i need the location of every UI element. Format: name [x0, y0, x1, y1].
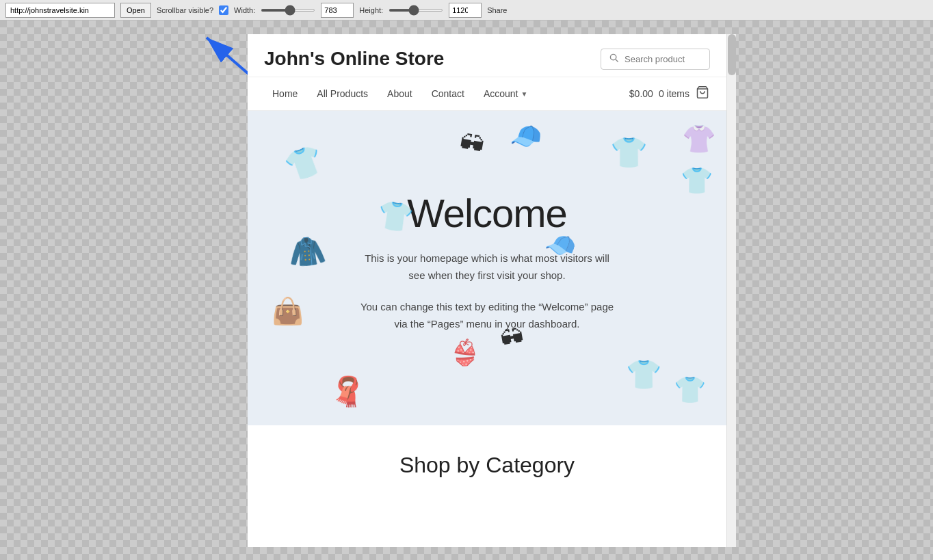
page-wrapper: John's Online Store Home All Products Ab… — [0, 21, 933, 560]
scrollbar-checkbox[interactable] — [219, 5, 228, 15]
height-label: Height: — [359, 6, 383, 14]
nav-cart[interactable]: $0.00 0 items — [629, 85, 710, 103]
svg-line-4 — [616, 59, 618, 62]
decor-shirt-3: 👕 — [610, 135, 648, 170]
share-button[interactable]: Share — [487, 6, 507, 14]
search-input[interactable] — [625, 54, 700, 64]
svg-point-3 — [610, 54, 616, 59]
decor-shirt-5: 👕 — [626, 358, 661, 391]
shop-section: Shop by Category — [248, 425, 726, 505]
open-button[interactable]: Open — [120, 3, 151, 18]
nav-item-all-products[interactable]: All Products — [308, 77, 376, 110]
account-label: Account — [484, 88, 518, 99]
store-title: John's Online Store — [264, 48, 444, 70]
nav-item-about[interactable]: About — [379, 77, 421, 110]
scrollbar-track[interactable] — [726, 34, 736, 547]
decor-shirt-1: 👕 — [280, 139, 328, 186]
search-icon — [609, 53, 619, 65]
shop-by-category-title: Shop by Category — [264, 453, 710, 478]
width-slider[interactable] — [261, 9, 315, 12]
decor-shirt-2: 👕 — [376, 198, 415, 236]
cart-price: $0.00 — [629, 88, 653, 99]
decor-sunglasses-2: 🕶 — [499, 323, 526, 353]
decor-shirt-6: 👚 — [682, 123, 716, 155]
store-nav: Home All Products About Contact Account … — [248, 77, 726, 111]
hero-text-1: This is your homepage which is what most… — [357, 250, 617, 284]
store-container: John's Online Store Home All Products Ab… — [248, 34, 726, 547]
height-slider[interactable] — [389, 9, 443, 12]
decor-hat-1: 🧢 — [510, 121, 542, 151]
browser-toolbar: http://johnstravelsite.kin Open Scrollba… — [0, 0, 933, 21]
decor-jacket: 🧥 — [287, 232, 328, 271]
decor-belt: 👙 — [449, 338, 480, 367]
cart-icon — [695, 85, 710, 103]
decor-bag: 👜 — [272, 296, 304, 326]
search-box — [601, 49, 710, 70]
hero-title: Welcome — [407, 190, 567, 236]
nav-item-contact[interactable]: Contact — [423, 77, 473, 110]
decor-tshirt: 👕 — [674, 375, 706, 405]
decor-shirt-4: 👕 — [681, 165, 713, 196]
cart-items-count: 0 items — [659, 88, 689, 99]
account-chevron-icon: ▼ — [521, 90, 528, 98]
nav-item-home[interactable]: Home — [264, 77, 306, 110]
hero-section: 🕶 🧢 👕 👕 👕 👕 🧥 🧣 👙 🕶 👕 👚 — [248, 111, 726, 425]
width-input[interactable]: 783 — [321, 3, 354, 18]
store-header: John's Online Store — [248, 34, 726, 77]
hero-text-2: You can change this text by editing the … — [357, 298, 617, 333]
nav-item-account[interactable]: Account ▼ — [475, 77, 536, 110]
url-display: http://johnstravelsite.kin — [5, 3, 115, 18]
scrollbar-thumb[interactable] — [728, 34, 736, 75]
scrollbar-label: Scrollbar visible? — [157, 6, 213, 14]
decor-sunglasses-1: 🕶 — [458, 128, 487, 161]
height-input[interactable]: 1120 — [449, 3, 482, 18]
width-label: Width: — [234, 6, 255, 14]
decor-beanie: 🧣 — [330, 375, 365, 408]
